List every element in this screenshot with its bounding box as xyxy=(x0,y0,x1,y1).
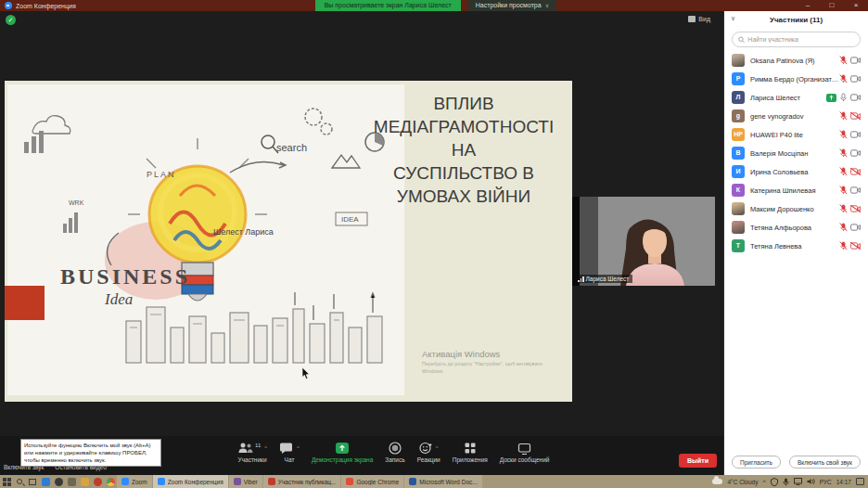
camera-off-icon xyxy=(850,168,861,175)
taskbar-task-button[interactable]: Zoom Конференция xyxy=(153,475,228,488)
phone-app-icon[interactable] xyxy=(52,475,65,488)
camera-off-icon xyxy=(850,112,861,120)
system-tray: 4°C Cloudy ^ РУС 14:17 xyxy=(712,478,868,486)
participant-status-icons xyxy=(839,241,861,250)
participant-photo-avatar xyxy=(732,202,745,215)
invite-button[interactable]: Пригласить xyxy=(732,456,781,469)
participant-row[interactable]: PРимма Бердо (Организатор) xyxy=(724,70,868,88)
search-input[interactable] xyxy=(747,36,854,43)
leave-button[interactable]: Выйти xyxy=(679,454,717,468)
unmute-self-button[interactable]: Включить свой звук xyxy=(789,456,861,469)
mail-app-icon[interactable] xyxy=(39,475,52,488)
participant-row[interactable]: ggene vynogradov xyxy=(724,107,868,125)
toolbar-item-label: Демонстрация экрана xyxy=(312,456,373,463)
participant-name: Тетяна Алфьорова xyxy=(750,224,839,232)
task-view-icon[interactable] xyxy=(26,475,39,488)
toolbar-item-share[interactable]: Демонстрация экрана xyxy=(312,441,373,463)
participant-row[interactable]: ИИрина Соловьева xyxy=(724,162,868,181)
toolbar-item-chat[interactable]: ^Чат xyxy=(279,441,300,463)
taskbar-task-button[interactable]: Google Chrome xyxy=(341,475,403,488)
mic-muted-icon xyxy=(839,148,848,158)
window-controls: – □ × xyxy=(796,0,868,11)
mic-muted-icon xyxy=(839,130,848,139)
clock[interactable]: 14:17 xyxy=(836,479,851,485)
file-explorer-icon[interactable] xyxy=(78,475,91,488)
viewing-screen-banner: Вы просматриваете экран Лариса Шелест xyxy=(315,0,461,11)
video-name-label: Лариса Шелест xyxy=(586,276,630,282)
weather-text[interactable]: 4°C Cloudy xyxy=(727,479,758,485)
svg-text:WRK: WRK xyxy=(69,199,84,206)
taskbar-task-button[interactable]: Zoom xyxy=(117,475,152,488)
mic-muted-icon xyxy=(839,111,848,121)
toolbar-item-reactions[interactable]: ^Реакции xyxy=(417,441,440,463)
toolbar-item-whiteboard[interactable]: Доски сообщений xyxy=(500,441,550,463)
participant-initial-avatar: Т xyxy=(732,239,745,252)
participant-status-icons xyxy=(839,186,861,195)
minimize-button[interactable]: – xyxy=(796,0,820,11)
chevron-up-icon[interactable]: ^ xyxy=(436,445,439,451)
view-settings-button[interactable]: Настройки просмотра∨ xyxy=(468,0,556,11)
participant-status-icons xyxy=(839,74,861,83)
chevron-up-icon[interactable]: ^ xyxy=(264,445,267,451)
mic-muted-icon xyxy=(839,186,848,195)
language-indicator[interactable]: РУС xyxy=(820,479,832,485)
taskbar-search-icon[interactable] xyxy=(13,475,26,488)
activation-subtitle: Перейдіть до розділу "Настройки", щоб ак… xyxy=(422,361,542,375)
svg-text:IDEA: IDEA xyxy=(341,215,359,224)
task-app-icon xyxy=(346,478,353,485)
activation-title: Активація Windows xyxy=(422,349,542,359)
close-button[interactable]: × xyxy=(844,0,868,11)
maximize-button[interactable]: □ xyxy=(820,0,844,11)
participant-name: Лариса Шелест xyxy=(750,94,826,102)
participant-status-icons xyxy=(839,148,861,158)
participant-row[interactable]: ТТетяна Левнева xyxy=(724,237,868,255)
participant-name: Валерія Мосціпан xyxy=(750,149,839,158)
mic-muted-icon xyxy=(839,74,848,83)
participants-title: Участники (11) xyxy=(724,11,868,30)
taskbar-task-button[interactable]: Viber xyxy=(229,475,262,488)
window-title: Zoom Конференция xyxy=(16,3,76,9)
camera-icon xyxy=(850,131,861,138)
participant-row[interactable]: HPHUAWEI P40 lite xyxy=(724,125,868,144)
presentation-slide: BUSINESS Idea PLAN search WRK IDEA xyxy=(5,81,572,402)
participant-row[interactable]: Тетяна Алфьорова xyxy=(724,218,868,237)
toolbar-item-apps[interactable]: Приложения xyxy=(453,441,488,463)
red-app-icon[interactable] xyxy=(91,475,104,488)
camera-icon xyxy=(850,94,861,101)
collapse-panel-icon[interactable]: ∨ xyxy=(731,15,735,22)
keyboard-app-icon[interactable] xyxy=(65,475,78,488)
task-label: Zoom Конференция xyxy=(168,479,223,485)
participant-row[interactable]: ВВалерія Мосціпан xyxy=(724,144,868,162)
tray-mic-icon[interactable] xyxy=(783,478,789,486)
toolbar-item-record[interactable]: Запись xyxy=(385,441,404,463)
toolbar-items: 11^Участники^ЧатДемонстрация экранаЗапис… xyxy=(237,441,549,463)
chevron-up-icon[interactable]: ^ xyxy=(297,445,300,451)
camera-off-icon xyxy=(850,205,861,212)
participant-name: Римма Бердо (Организатор) xyxy=(750,75,839,83)
tray-volume-icon[interactable] xyxy=(807,478,815,485)
tray-expand-icon[interactable]: ^ xyxy=(762,479,765,485)
chat-icon xyxy=(279,443,293,455)
speaker-video-thumbnail[interactable]: Лариса Шелест xyxy=(572,197,715,286)
apps-icon xyxy=(464,442,477,455)
zoom-app-icon xyxy=(5,2,12,9)
view-button[interactable]: Вид xyxy=(688,13,710,24)
notification-center-icon[interactable] xyxy=(856,478,864,485)
encryption-shield-icon: ✓ xyxy=(6,15,16,25)
participant-initial-avatar: К xyxy=(732,184,745,197)
participant-row[interactable]: Максим Дорошенко xyxy=(724,199,868,218)
shared-screen-area: ✓ Вид xyxy=(0,11,723,436)
participant-row[interactable]: ЛЛариса Шелест xyxy=(724,88,868,107)
tray-shield-icon[interactable] xyxy=(771,478,778,486)
participant-row[interactable]: Oksana Patinova (Я) xyxy=(724,51,868,70)
taskbar-task-button[interactable]: Участник публикац... xyxy=(263,475,341,488)
toolbar-item-participants[interactable]: 11^Участники xyxy=(237,441,267,463)
taskbar-task-button[interactable]: Microsoft Word Doc... xyxy=(404,475,481,488)
tray-display-icon[interactable] xyxy=(794,478,802,485)
whiteboard-icon xyxy=(517,443,531,455)
chrome-icon[interactable] xyxy=(104,475,117,488)
participant-row[interactable]: ККатерина Шпилевая xyxy=(724,181,868,199)
weather-icon xyxy=(712,479,722,484)
start-button[interactable] xyxy=(0,475,13,488)
participant-search[interactable] xyxy=(732,32,861,47)
